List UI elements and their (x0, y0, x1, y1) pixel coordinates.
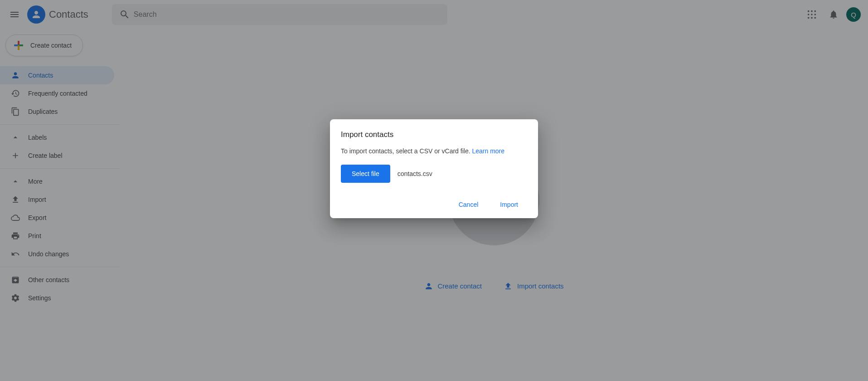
learn-more-link[interactable]: Learn more (472, 147, 504, 155)
cancel-button[interactable]: Cancel (450, 196, 488, 213)
dialog-title: Import contacts (341, 130, 527, 139)
selected-file-name: contacts.csv (398, 170, 432, 177)
import-button[interactable]: Import (491, 196, 527, 213)
dialog-body-text: To import contacts, select a CSV or vCar… (341, 147, 472, 155)
select-file-button[interactable]: Select file (341, 165, 390, 183)
import-contacts-dialog: Import contacts To import contacts, sele… (330, 119, 538, 218)
modal-scrim[interactable]: Import contacts To import contacts, sele… (0, 0, 868, 381)
